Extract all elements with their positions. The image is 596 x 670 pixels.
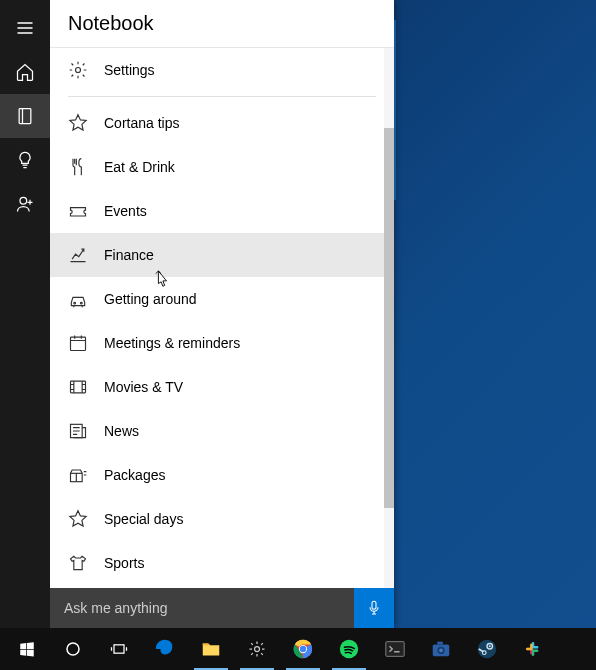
microphone-button[interactable] [354, 588, 394, 628]
item-label: Settings [104, 62, 155, 78]
taskbar-task-view[interactable] [96, 628, 142, 670]
rail-home[interactable] [0, 50, 50, 94]
folder-icon [199, 637, 223, 661]
panel-title: Notebook [50, 0, 394, 48]
taskbar-edge[interactable] [142, 628, 188, 670]
svg-point-20 [439, 649, 443, 653]
svg-point-4 [81, 302, 83, 304]
windows-icon [15, 637, 39, 661]
svg-rect-21 [437, 642, 443, 645]
calendar-clock-icon [68, 333, 88, 353]
svg-point-22 [478, 640, 496, 658]
list-item-settings[interactable]: Settings [50, 48, 394, 92]
list-item-sports[interactable]: Sports [50, 541, 394, 585]
item-label: Sports [104, 555, 144, 571]
camera-icon [429, 637, 453, 661]
newspaper-icon [68, 421, 88, 441]
svg-point-15 [300, 646, 306, 652]
film-icon [68, 377, 88, 397]
cutlery-icon [68, 157, 88, 177]
rail-person-add[interactable] [0, 182, 50, 226]
cortana-ring-icon [61, 637, 85, 661]
item-label: Finance [104, 247, 154, 263]
taskbar-slack[interactable] [510, 628, 556, 670]
slack-icon [521, 637, 545, 661]
list-item-news[interactable]: News [50, 409, 394, 453]
taskbar-steam[interactable] [464, 628, 510, 670]
search-bar: Ask me anything [50, 588, 394, 628]
taskbar-camera[interactable] [418, 628, 464, 670]
taskbar-cortana[interactable] [50, 628, 96, 670]
item-label: Cortana tips [104, 115, 179, 131]
notebook-list: Settings Cortana tips Eat & Drink Ev [50, 48, 394, 588]
steam-icon [475, 637, 499, 661]
rail-notebook[interactable] [0, 94, 50, 138]
list-item-finance[interactable]: Finance [50, 233, 394, 277]
svg-point-11 [255, 647, 260, 652]
cortana-panel: Notebook Settings Cortana tips Eat & [0, 0, 394, 628]
list-item-events[interactable]: Events [50, 189, 394, 233]
list-item-meetings[interactable]: Meetings & reminders [50, 321, 394, 365]
scrollbar[interactable] [384, 48, 394, 588]
package-icon [68, 465, 88, 485]
svg-point-3 [74, 302, 76, 304]
list-item-getting-around[interactable]: Getting around [50, 277, 394, 321]
item-label: Meetings & reminders [104, 335, 240, 351]
svg-rect-0 [19, 109, 31, 124]
svg-rect-17 [386, 642, 404, 657]
taskbar-chrome[interactable] [280, 628, 326, 670]
task-view-icon [107, 637, 131, 661]
taskbar-spotify[interactable] [326, 628, 372, 670]
item-label: Getting around [104, 291, 197, 307]
svg-rect-5 [71, 337, 86, 350]
svg-point-1 [20, 197, 27, 204]
hamburger-button[interactable] [0, 6, 50, 50]
list-item-cortana-tips[interactable]: Cortana tips [50, 101, 394, 145]
car-icon [68, 289, 88, 309]
taskbar-start[interactable] [4, 628, 50, 670]
item-label: Movies & TV [104, 379, 183, 395]
svg-point-9 [67, 643, 79, 655]
chrome-icon [291, 637, 315, 661]
scrollbar-thumb[interactable] [384, 128, 394, 508]
item-label: Special days [104, 511, 183, 527]
list-item-special-days[interactable]: Special days [50, 497, 394, 541]
ticket-icon [68, 201, 88, 221]
edge-icon [153, 637, 177, 661]
terminal-icon [383, 637, 407, 661]
gear-icon [245, 637, 269, 661]
item-label: Events [104, 203, 147, 219]
item-label: Eat & Drink [104, 159, 175, 175]
star-outline-icon [68, 113, 88, 133]
cortana-main: Notebook Settings Cortana tips Eat & [50, 0, 394, 628]
taskbar [0, 628, 596, 670]
cortana-rail [0, 0, 50, 628]
rail-lightbulb[interactable] [0, 138, 50, 182]
svg-point-2 [76, 68, 81, 73]
spotify-icon [337, 637, 361, 661]
svg-rect-6 [71, 381, 86, 393]
svg-point-24 [489, 645, 491, 647]
list-item-packages[interactable]: Packages [50, 453, 394, 497]
item-label: Packages [104, 467, 165, 483]
gear-icon [68, 60, 88, 80]
list-item-movies-tv[interactable]: Movies & TV [50, 365, 394, 409]
taskbar-file-explorer[interactable] [188, 628, 234, 670]
taskbar-settings[interactable] [234, 628, 280, 670]
list-item-eat-drink[interactable]: Eat & Drink [50, 145, 394, 189]
tshirt-icon [68, 553, 88, 573]
stocks-icon [68, 245, 88, 265]
divider [68, 96, 376, 97]
search-input[interactable]: Ask me anything [50, 588, 354, 628]
item-label: News [104, 423, 139, 439]
taskbar-terminal[interactable] [372, 628, 418, 670]
star-outline-icon [68, 509, 88, 529]
svg-rect-10 [114, 645, 124, 653]
